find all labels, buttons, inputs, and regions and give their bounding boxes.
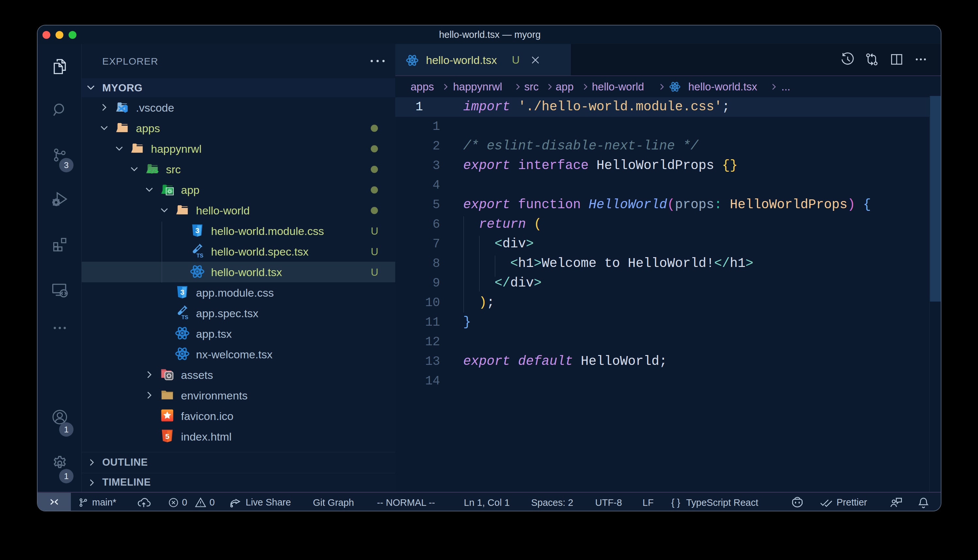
svg-text:5: 5: [165, 432, 169, 440]
svg-text:3: 3: [196, 227, 199, 235]
svg-text:TS: TS: [182, 314, 189, 320]
svg-text:</>: </>: [147, 168, 159, 175]
svg-text:TS: TS: [197, 252, 204, 258]
svg-text:3: 3: [180, 288, 184, 296]
